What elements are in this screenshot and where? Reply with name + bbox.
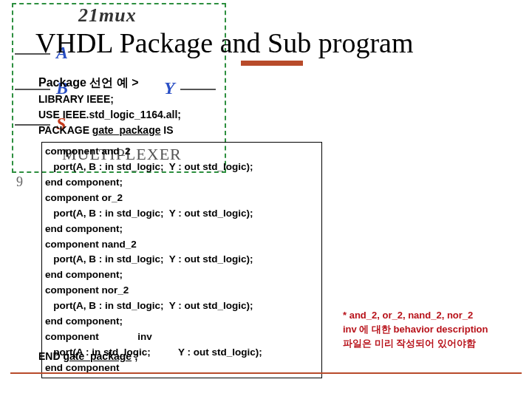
end-keyword: END bbox=[38, 350, 63, 362]
code-line: component or_2 bbox=[45, 192, 123, 203]
footnote: * and_2, or_2, nand_2, nor_2 inv 에 대한 be… bbox=[343, 309, 488, 351]
code-line: IS bbox=[160, 124, 173, 136]
code-line: end component; bbox=[45, 316, 123, 327]
code-line: end component; bbox=[45, 177, 123, 188]
title-underline bbox=[241, 61, 303, 66]
code-line: end component; bbox=[45, 223, 123, 234]
package-header-code: LIBRARY IEEE; USE IEEE.std_logic_1164.al… bbox=[38, 92, 181, 138]
code-line: end component bbox=[45, 362, 120, 373]
code-line: USE IEEE.std_logic_1164.all; bbox=[38, 109, 181, 120]
note-line: 파일은 미리 작성되어 있어야함 bbox=[343, 338, 476, 349]
code-line: end component; bbox=[45, 269, 123, 280]
code-line: port(A, B : in std_logic; Y : out std_lo… bbox=[45, 208, 253, 219]
code-line: port(A, B : in std_logic; Y : out std_lo… bbox=[45, 253, 253, 265]
code-line: port(A, B : in std_logic; Y : out std_lo… bbox=[45, 300, 253, 311]
code-line: component and_2 bbox=[45, 146, 131, 157]
note-line: inv 에 대한 behavior description bbox=[343, 324, 488, 335]
page-title: VHDL Package and Sub program bbox=[35, 27, 413, 59]
code-line: PACKAGE bbox=[38, 124, 92, 136]
note-line: * and_2, or_2, nand_2, nor_2 bbox=[343, 310, 473, 321]
code-line: component inv bbox=[45, 331, 152, 342]
code-line: port(A, B : in std_logic; Y : out std_lo… bbox=[45, 161, 253, 172]
code-line: component nand_2 bbox=[45, 239, 137, 250]
package-end-line: END gate_package ; bbox=[38, 350, 138, 362]
code-line: LIBRARY IEEE; bbox=[38, 93, 114, 105]
section-subtitle: Package 선언 예 > bbox=[38, 75, 139, 91]
package-name: gate_package bbox=[92, 124, 161, 136]
code-line: component nor_2 bbox=[45, 284, 129, 296]
end-semicolon: ; bbox=[132, 350, 138, 362]
slide-number: 9 bbox=[16, 174, 23, 190]
bottom-divider bbox=[10, 372, 522, 374]
package-name-end: gate_package bbox=[63, 350, 132, 362]
component-declarations-box: component and_2 port(A, B : in std_logic… bbox=[41, 142, 322, 378]
